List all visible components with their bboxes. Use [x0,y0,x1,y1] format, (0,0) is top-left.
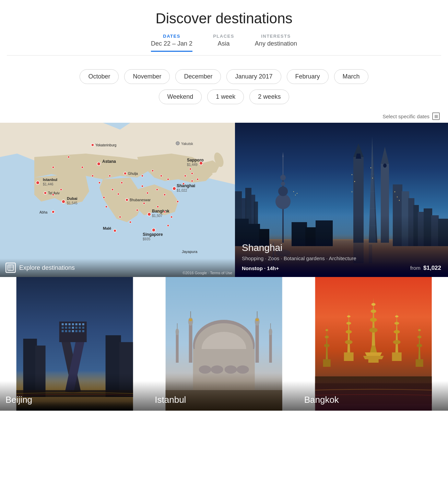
svg-point-213 [324,344,329,347]
page-container: Discover destinations DATES Dec 22 – Jan… [0,0,448,411]
tab-places[interactable]: PLACES Asia [213,34,234,52]
month-pills-row: October November December January 2017 F… [80,69,368,84]
svg-point-84 [275,194,291,209]
svg-point-217 [417,336,421,338]
svg-text:Yakutsk: Yakutsk [181,142,193,146]
svg-marker-196 [365,352,382,356]
svg-rect-214 [323,359,330,367]
map-explore-icon [5,263,16,273]
svg-point-3 [36,181,39,184]
svg-rect-151 [65,330,67,332]
svg-point-184 [189,318,192,321]
tab-dates[interactable]: DATES Dec 22 – Jan 2 [151,34,192,52]
tab-places-label: PLACES [213,34,234,39]
svg-rect-128 [394,191,395,192]
svg-point-59 [105,206,107,208]
pill-1week[interactable]: 1 week [207,89,244,104]
svg-rect-122 [297,193,297,194]
header: Discover destinations DATES Dec 22 – Jan… [0,0,448,56]
pill-weekend[interactable]: Weekend [159,89,202,104]
featured-card-city: Shanghai [242,242,441,253]
svg-point-60 [98,182,101,184]
svg-point-47 [184,175,186,177]
select-dates-row[interactable]: Select specific dates ▦ [0,111,448,123]
svg-rect-139 [72,323,74,325]
svg-point-42 [121,182,123,184]
pill-october[interactable]: October [80,69,119,84]
svg-text:Abha: Abha [39,210,48,214]
pill-november[interactable]: November [124,69,170,84]
pill-january2017[interactable]: January 2017 [226,69,281,84]
svg-point-169 [211,365,223,374]
svg-point-29 [148,213,151,216]
featured-flight-info: Nonstop · 14h+ [242,265,279,271]
svg-point-171 [237,365,249,374]
page-title: Discover destinations [7,10,441,27]
calendar-icon: ▦ [432,112,440,120]
svg-point-200 [346,322,351,325]
svg-point-15 [97,162,101,166]
svg-rect-178 [176,332,179,363]
bottom-grid: Beijing [0,277,448,411]
svg-point-168 [199,365,211,374]
svg-rect-136 [62,323,64,325]
dest-card-beijing[interactable]: Beijing [0,277,149,411]
svg-point-49 [156,189,158,191]
svg-point-17 [124,172,127,175]
pill-2weeks[interactable]: 2 weeks [249,89,289,104]
svg-point-218 [416,344,422,347]
pill-december[interactable]: December [175,69,221,84]
svg-point-85 [278,186,288,196]
svg-point-45 [160,175,162,177]
svg-rect-156 [82,330,84,332]
svg-text:Istanbul: Istanbul [43,178,57,182]
pill-march[interactable]: March [334,69,368,84]
svg-point-201 [345,330,352,334]
svg-point-69 [111,189,114,191]
svg-point-101 [383,164,387,168]
svg-rect-137 [65,323,67,325]
svg-text:Sapporo: Sapporo [187,158,204,162]
svg-point-62 [60,189,62,191]
svg-rect-203 [344,352,353,361]
svg-point-43 [141,175,143,177]
svg-text:Shanghai: Shanghai [177,183,195,188]
map-container[interactable]: Istanbul $1,446 Tel Aviv Dubai $1,545 Ab… [0,123,235,277]
dest-card-bangkok[interactable]: Bangkok [299,277,448,411]
svg-point-66 [182,183,185,185]
svg-point-202 [345,340,352,344]
dest-card-istanbul[interactable]: Istanbul [149,277,298,411]
svg-rect-152 [69,330,71,332]
tab-places-value: Asia [213,40,234,47]
svg-rect-145 [69,327,71,329]
svg-point-65 [197,178,199,180]
svg-point-63 [52,194,54,196]
svg-point-70 [103,196,105,198]
svg-point-44 [152,170,154,172]
svg-text:Malé: Malé [103,226,111,230]
featured-card-shanghai[interactable]: Shanghai Shopping · Zoos · Botanical gar… [235,123,448,277]
svg-text:$1,545: $1,545 [67,201,78,205]
svg-rect-172 [189,322,192,363]
svg-point-39 [68,156,70,158]
svg-point-58 [119,216,121,218]
svg-point-208 [393,340,400,344]
svg-point-194 [369,328,377,333]
svg-point-206 [394,322,399,325]
svg-rect-155 [79,330,81,332]
svg-point-11 [52,210,55,213]
svg-point-67 [189,168,191,170]
map-svg: Istanbul $1,446 Tel Aviv Dubai $1,545 Ab… [0,123,235,277]
svg-point-27 [126,198,128,201]
dest-label-istanbul: Istanbul [149,381,298,411]
svg-rect-126 [370,167,371,168]
svg-point-61 [92,175,94,177]
svg-point-52 [136,209,138,211]
svg-rect-130 [399,200,400,201]
svg-rect-141 [79,323,81,325]
pill-february[interactable]: February [287,69,329,84]
tab-interests[interactable]: INTERESTS Any destination [255,34,297,52]
svg-text:Astana: Astana [102,159,116,164]
svg-point-53 [157,206,159,208]
svg-point-50 [164,194,166,196]
